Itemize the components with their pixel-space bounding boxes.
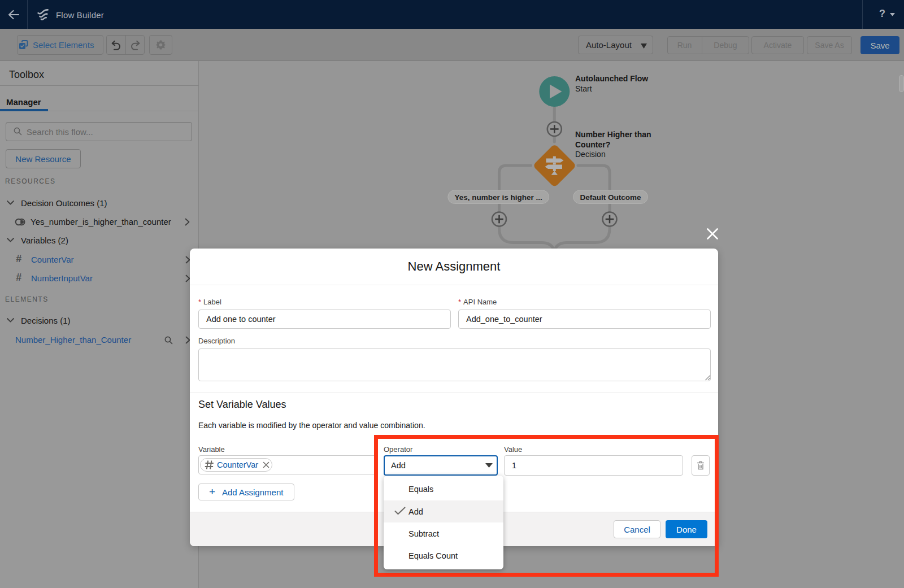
svg-text:Default Outcome: Default Outcome	[580, 193, 641, 202]
svg-text:Decision: Decision	[575, 150, 606, 159]
svg-text:Autolaunched Flow: Autolaunched Flow	[575, 74, 648, 83]
svg-text:Number Higher than: Number Higher than	[575, 130, 651, 139]
svg-text:Counter?: Counter?	[575, 140, 610, 149]
svg-text:Start: Start	[575, 84, 592, 93]
svg-text:Yes, number is higher ...: Yes, number is higher ...	[455, 193, 542, 202]
